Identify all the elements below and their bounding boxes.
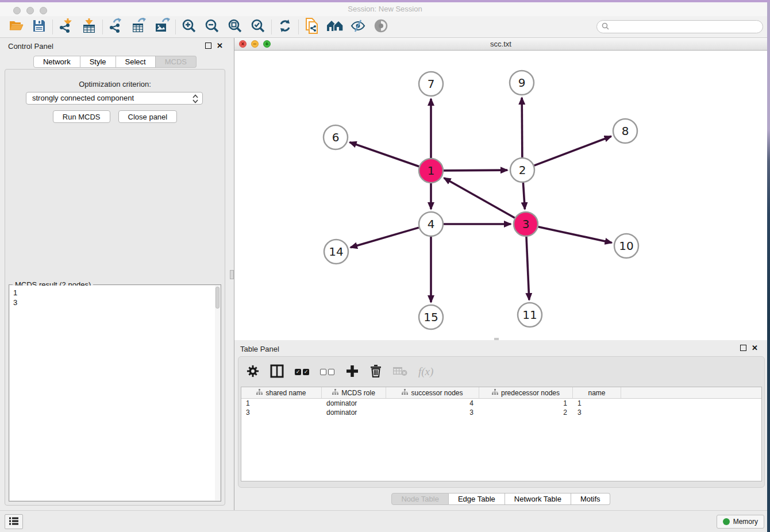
graph-edge-1-6[interactable] bbox=[350, 142, 419, 167]
dropdown-stepper-icon bbox=[192, 94, 199, 103]
clone-network-button[interactable] bbox=[301, 18, 324, 36]
import-table-button[interactable] bbox=[78, 18, 101, 36]
open-session-button[interactable] bbox=[5, 18, 28, 36]
search-field[interactable] bbox=[596, 20, 763, 33]
tab-edge-table[interactable]: Edge Table bbox=[449, 493, 505, 505]
save-session-button[interactable] bbox=[28, 18, 51, 36]
table-toolbar: ✓✓ f(x) bbox=[247, 360, 433, 383]
export-image-button[interactable] bbox=[151, 18, 174, 36]
fx-icon: f(x) bbox=[418, 365, 433, 378]
column-header-label: shared name bbox=[265, 389, 306, 397]
table-cell: 3 bbox=[241, 408, 322, 417]
network-window-titlebar[interactable]: × − + scc.txt bbox=[234, 38, 767, 51]
houses-icon bbox=[326, 19, 344, 34]
table-cell: 3 bbox=[386, 408, 479, 417]
panel-divider-handle[interactable] bbox=[230, 270, 234, 279]
close-table-panel-icon[interactable]: ✕ bbox=[752, 344, 758, 352]
graph-node-label: 7 bbox=[428, 77, 435, 91]
export-network-button[interactable] bbox=[105, 18, 128, 36]
zoom-selected-button[interactable] bbox=[247, 18, 270, 36]
refresh-icon bbox=[278, 18, 292, 35]
clone-network-icon bbox=[305, 18, 319, 36]
control-panel-tabs: Network Style Select MCDS bbox=[0, 56, 230, 68]
zoom-fit-button[interactable] bbox=[224, 18, 247, 36]
table-row[interactable]: 3dominator323 bbox=[241, 408, 761, 417]
column-header-label: MCDS role bbox=[341, 389, 375, 397]
mcds-result-line: 3 bbox=[10, 298, 220, 307]
function-builder-button[interactable]: f(x) bbox=[418, 365, 433, 378]
delete-row-button[interactable] bbox=[370, 364, 382, 379]
tab-style[interactable]: Style bbox=[80, 56, 116, 68]
column-header-predecessor-nodes[interactable]: predecessor nodes bbox=[479, 387, 573, 398]
graph-edge-2-3[interactable] bbox=[523, 183, 525, 209]
column-header-successor-nodes[interactable]: successor nodes bbox=[386, 387, 479, 398]
table-panel-title: Table Panel bbox=[240, 345, 279, 353]
float-table-panel-icon[interactable] bbox=[740, 345, 746, 351]
memory-label: Memory bbox=[733, 518, 758, 526]
table-cell: dominator bbox=[322, 399, 386, 408]
export-table-button[interactable] bbox=[128, 18, 151, 36]
zoom-selected-icon bbox=[251, 18, 265, 35]
import-network-button[interactable] bbox=[55, 18, 78, 36]
tab-mcds[interactable]: MCDS bbox=[156, 56, 197, 68]
table-settings-button[interactable] bbox=[247, 365, 259, 379]
graph-node-label: 3 bbox=[522, 217, 530, 231]
app-titlebar: Session: New Session bbox=[0, 2, 770, 16]
zoom-out-button[interactable] bbox=[201, 18, 224, 36]
float-panel-icon[interactable] bbox=[205, 43, 211, 49]
result-scrollbar[interactable] bbox=[215, 286, 220, 500]
graph-node-label: 8 bbox=[622, 124, 629, 138]
tab-motifs[interactable]: Motifs bbox=[571, 493, 610, 505]
optimization-criterion-label: Optimization criterion: bbox=[5, 80, 225, 88]
tab-node-table[interactable]: Node Table bbox=[391, 493, 449, 505]
criterion-dropdown[interactable]: strongly connected component bbox=[26, 92, 203, 105]
table-row[interactable]: 1dominator411 bbox=[241, 399, 761, 408]
network-view-window: × − + scc.txt 7968124314101511 bbox=[234, 38, 767, 340]
zoom-in-icon bbox=[182, 18, 197, 35]
table-header-row: shared nameMCDS rolesuccessor nodesprede… bbox=[241, 387, 761, 399]
mcds-result-textarea[interactable]: 1 3 bbox=[10, 286, 220, 500]
run-mcds-button[interactable]: Run MCDS bbox=[53, 110, 110, 123]
status-bar: Memory bbox=[0, 510, 770, 532]
open-folder-icon bbox=[8, 18, 24, 35]
tab-network[interactable]: Network bbox=[33, 56, 80, 68]
show-columns-button[interactable] bbox=[270, 364, 284, 380]
mcds-result-line: 1 bbox=[10, 286, 220, 298]
column-header-name[interactable]: name bbox=[573, 387, 621, 398]
select-all-columns-button[interactable]: ✓✓ bbox=[295, 369, 309, 375]
graph-node-label: 4 bbox=[428, 217, 435, 231]
graph-edge-3-10[interactable] bbox=[538, 227, 611, 243]
hide-graphics-details-button[interactable] bbox=[346, 18, 369, 36]
memory-button[interactable]: Memory bbox=[717, 515, 764, 529]
graph-edge-2-8[interactable] bbox=[534, 136, 611, 165]
graph-edge-1-2[interactable] bbox=[444, 170, 507, 171]
graph-edge-4-14[interactable] bbox=[351, 228, 419, 248]
graph-edge-2-9[interactable] bbox=[522, 98, 522, 157]
network-canvas[interactable]: 7968124314101511 bbox=[234, 51, 767, 340]
first-neighbors-button[interactable] bbox=[324, 18, 346, 36]
graph-node-label: 1 bbox=[428, 164, 435, 178]
column-header-shared-name[interactable]: shared name bbox=[241, 387, 322, 398]
graph-node-label: 15 bbox=[424, 310, 438, 324]
deselect-all-columns-button[interactable] bbox=[320, 369, 334, 375]
result-scrollbar-thumb[interactable] bbox=[215, 287, 220, 309]
close-panel-button[interactable]: Close panel bbox=[118, 110, 178, 123]
panel-divider bbox=[230, 38, 234, 510]
tab-network-table[interactable]: Network Table bbox=[505, 493, 571, 505]
network-graph[interactable]: 7968124314101511 bbox=[234, 51, 767, 340]
search-input[interactable] bbox=[612, 23, 763, 31]
task-history-button[interactable] bbox=[5, 514, 23, 529]
column-header-MCDS-role[interactable]: MCDS role bbox=[322, 387, 386, 398]
show-graphics-details-button[interactable] bbox=[369, 18, 392, 36]
apply-layout-button[interactable] bbox=[274, 18, 297, 36]
graph-edge-3-1[interactable] bbox=[444, 178, 515, 218]
node-table[interactable]: shared nameMCDS rolesuccessor nodesprede… bbox=[241, 387, 762, 481]
table-cell: dominator bbox=[322, 408, 386, 417]
delete-table-button[interactable] bbox=[392, 366, 407, 378]
graph-edge-3-11[interactable] bbox=[526, 237, 529, 300]
zoom-in-button[interactable] bbox=[178, 18, 201, 36]
tab-select[interactable]: Select bbox=[116, 56, 156, 68]
add-row-button[interactable] bbox=[345, 364, 359, 380]
mcds-tab-content: Optimization criterion: strongly connect… bbox=[5, 69, 225, 506]
close-panel-icon[interactable]: ✕ bbox=[217, 41, 223, 50]
